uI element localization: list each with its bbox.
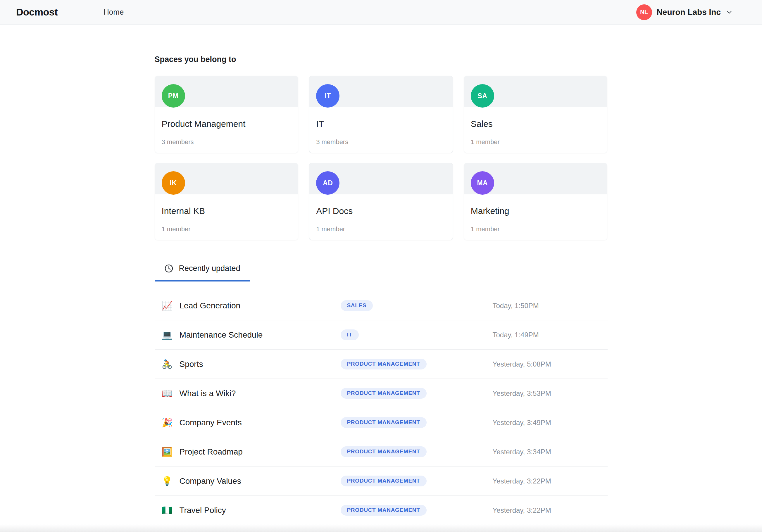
page-updated-time: Yesterday, 5:08PM bbox=[493, 360, 608, 368]
workspace-name: Neuron Labs Inc bbox=[657, 8, 721, 17]
page-title: What is a Wiki? bbox=[180, 389, 236, 398]
space-card-sales[interactable]: SA Sales 1 member bbox=[464, 76, 608, 153]
space-card-band: AD bbox=[309, 163, 453, 194]
page-row[interactable]: 💻 Maintenance Schedule IT Today, 1:49PM bbox=[155, 320, 608, 349]
space-badge[interactable]: PRODUCT MANAGEMENT bbox=[341, 505, 426, 516]
page-updated-time: Today, 1:49PM bbox=[493, 331, 608, 339]
clock-icon bbox=[164, 264, 174, 273]
space-member-count: 1 member bbox=[471, 225, 601, 233]
space-badge[interactable]: PRODUCT MANAGEMENT bbox=[341, 417, 426, 428]
space-avatar: AD bbox=[316, 171, 340, 195]
space-name: Marketing bbox=[471, 206, 601, 216]
page-updated-time: Yesterday, 3:22PM bbox=[493, 477, 608, 485]
space-member-count: 1 member bbox=[162, 225, 291, 233]
space-name: Internal KB bbox=[162, 206, 291, 216]
scroll-fade bbox=[0, 524, 762, 532]
space-card-internal-kb[interactable]: IK Internal KB 1 member bbox=[155, 163, 299, 240]
page-title: Maintenance Schedule bbox=[180, 330, 263, 340]
page-emoji-icon: 📖 bbox=[161, 389, 173, 398]
space-member-count: 3 members bbox=[162, 138, 291, 146]
space-avatar: MA bbox=[471, 171, 494, 195]
page-updated-time: Today, 1:50PM bbox=[493, 302, 608, 310]
page-emoji-icon: 📈 bbox=[161, 301, 173, 310]
page-title: Company Events bbox=[180, 418, 242, 427]
space-card-band: SA bbox=[464, 76, 607, 107]
space-badge[interactable]: PRODUCT MANAGEMENT bbox=[341, 388, 426, 399]
space-card-band: IT bbox=[309, 76, 453, 107]
page-row[interactable]: 📖 What is a Wiki? PRODUCT MANAGEMENT Yes… bbox=[155, 379, 608, 408]
page-title: Company Values bbox=[180, 477, 241, 486]
space-badge[interactable]: PRODUCT MANAGEMENT bbox=[341, 476, 426, 487]
page-emoji-icon: 🇳🇬 bbox=[161, 506, 173, 515]
spaces-section-title: Spaces you belong to bbox=[155, 55, 608, 64]
chevron-down-icon bbox=[725, 9, 733, 16]
space-badge[interactable]: PRODUCT MANAGEMENT bbox=[341, 359, 426, 369]
page-emoji-icon: 💻 bbox=[161, 331, 173, 340]
page-title: Lead Generation bbox=[180, 301, 241, 310]
page-row[interactable]: 🚴 Sports PRODUCT MANAGEMENT Yesterday, 5… bbox=[155, 349, 608, 379]
page-row[interactable]: 🖼️ Project Roadmap PRODUCT MANAGEMENT Ye… bbox=[155, 437, 608, 467]
space-badge[interactable]: PRODUCT MANAGEMENT bbox=[341, 446, 426, 457]
space-card-marketing[interactable]: MA Marketing 1 member bbox=[464, 163, 608, 240]
nav-home[interactable]: Home bbox=[104, 8, 124, 17]
page-updated-time: Yesterday, 3:34PM bbox=[493, 448, 608, 456]
page-emoji-icon: 🎉 bbox=[161, 418, 173, 427]
spaces-grid: PM Product Management 3 members IT IT 3 … bbox=[155, 76, 608, 240]
workspace-avatar: NL bbox=[636, 4, 652, 20]
page-emoji-icon: 🖼️ bbox=[161, 447, 173, 456]
page-title: Travel Policy bbox=[180, 506, 226, 515]
space-name: Product Management bbox=[162, 119, 291, 129]
tabs-bar: Recently updated bbox=[155, 260, 608, 281]
page-emoji-icon: 💡 bbox=[161, 477, 173, 486]
space-member-count: 1 member bbox=[471, 138, 601, 146]
page-row[interactable]: 🇳🇬 Travel Policy PRODUCT MANAGEMENT Yest… bbox=[155, 496, 608, 525]
page-updated-time: Yesterday, 3:22PM bbox=[493, 506, 608, 514]
space-badge[interactable]: IT bbox=[341, 330, 359, 340]
space-name: API Docs bbox=[316, 206, 446, 216]
space-avatar: IT bbox=[316, 84, 340, 108]
page-row[interactable]: 💡 Company Values PRODUCT MANAGEMENT Yest… bbox=[155, 467, 608, 496]
space-name: Sales bbox=[471, 119, 601, 129]
space-member-count: 1 member bbox=[316, 225, 446, 233]
space-card-api-docs[interactable]: AD API Docs 1 member bbox=[309, 163, 453, 240]
space-member-count: 3 members bbox=[316, 138, 446, 146]
app-logo[interactable]: Docmost bbox=[16, 6, 58, 18]
tab-label: Recently updated bbox=[179, 264, 240, 273]
space-name: IT bbox=[316, 119, 446, 129]
space-avatar: IK bbox=[162, 171, 185, 195]
top-bar: Docmost Home NL Neuron Labs Inc bbox=[0, 0, 762, 25]
page-title: Project Roadmap bbox=[180, 447, 243, 457]
page-row[interactable]: 📈 Lead Generation SALES Today, 1:50PM bbox=[155, 291, 608, 320]
workspace-switcher[interactable]: NL Neuron Labs Inc bbox=[636, 4, 733, 20]
main-content: Spaces you belong to PM Product Manageme… bbox=[155, 55, 608, 525]
space-card-product-management[interactable]: PM Product Management 3 members bbox=[155, 76, 299, 153]
space-card-it[interactable]: IT IT 3 members bbox=[309, 76, 453, 153]
page-updated-time: Yesterday, 3:49PM bbox=[493, 418, 608, 427]
page-title: Sports bbox=[180, 359, 203, 369]
tab-recently-updated[interactable]: Recently updated bbox=[155, 260, 250, 281]
space-card-band: MA bbox=[464, 163, 607, 194]
space-card-band: PM bbox=[155, 76, 298, 107]
page-updated-time: Yesterday, 3:53PM bbox=[493, 389, 608, 398]
page-row[interactable]: 🎉 Company Events PRODUCT MANAGEMENT Yest… bbox=[155, 408, 608, 437]
space-avatar: PM bbox=[162, 84, 185, 108]
space-badge[interactable]: SALES bbox=[341, 300, 373, 311]
space-card-band: IK bbox=[155, 163, 298, 194]
page-emoji-icon: 🚴 bbox=[161, 360, 173, 369]
space-avatar: SA bbox=[471, 84, 494, 108]
recently-updated-list: 📈 Lead Generation SALES Today, 1:50PM 💻 … bbox=[155, 291, 608, 525]
